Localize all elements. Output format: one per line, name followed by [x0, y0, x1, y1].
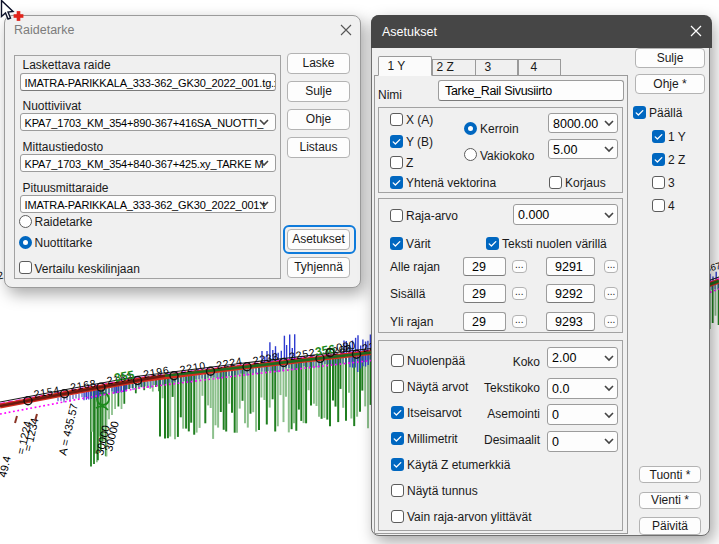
svg-text:A = 435.57: A = 435.57 — [56, 402, 80, 456]
svg-text:49.4: 49.4 — [0, 455, 13, 479]
